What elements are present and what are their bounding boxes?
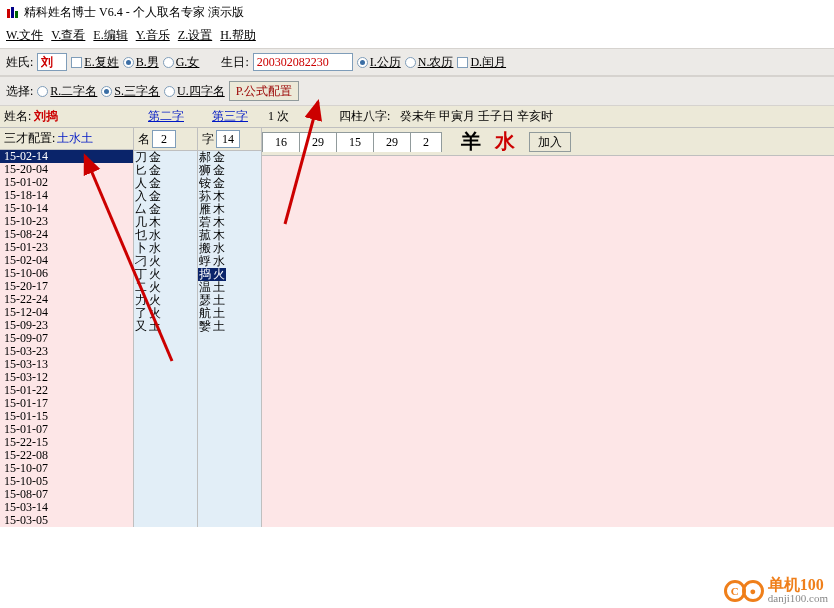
two-char-radio[interactable]: R.二字名 [37, 83, 97, 100]
number-tab[interactable]: 16 [262, 132, 300, 152]
col2-label: 名 [138, 131, 150, 148]
birth-label: 生日: [221, 54, 248, 71]
number-tabs[interactable]: 162915292 [262, 132, 441, 152]
third-char-header[interactable]: 第三字 [212, 108, 248, 125]
name-label: 姓名: [4, 108, 31, 125]
gender-male-radio[interactable]: B.男 [123, 54, 159, 71]
four-char-radio[interactable]: U.四字名 [164, 83, 225, 100]
menu-file[interactable]: W.文件 [6, 27, 43, 44]
leap-month-checkbox[interactable]: D.闰月 [457, 54, 506, 71]
bazi-label: 四柱八字: [339, 108, 390, 125]
select-label: 选择: [6, 83, 33, 100]
app-title: 精科姓名博士 V6.4 - 个人取名专家 演示版 [24, 4, 244, 21]
surname-label: 姓氏: [6, 54, 33, 71]
second-char-header[interactable]: 第二字 [148, 108, 184, 125]
menu-settings[interactable]: Z.设置 [178, 27, 212, 44]
zodiac-animal: 羊 [461, 128, 481, 155]
combo-item[interactable]: 15-03-05 [0, 514, 133, 527]
menu-edit[interactable]: E.编辑 [93, 27, 127, 44]
third-char-list[interactable]: 郝金狮金铵金荪木雁木菪木菰木搬水蜉水捣火温土瑟土航土嫛土 [198, 151, 261, 527]
bazi-value: 癸未年 甲寅月 壬子日 辛亥时 [400, 108, 553, 125]
second-char-list[interactable]: 刀金匕金人金入金厶金几木乜水卜水刁火丁火二火力火了火又土 [134, 151, 197, 527]
three-char-radio[interactable]: S.三字名 [101, 83, 160, 100]
surname-input[interactable] [37, 53, 67, 71]
menubar: W.文件 V.查看 E.编辑 Y.音乐 Z.设置 H.帮助 [0, 25, 834, 48]
svg-rect-2 [15, 11, 18, 18]
number-tab[interactable]: 2 [410, 132, 442, 152]
app-icon [6, 6, 20, 20]
double-surname-checkbox[interactable]: E.复姓 [71, 54, 118, 71]
col2-num-input[interactable] [152, 130, 176, 148]
calendar-lunar-radio[interactable]: N.农历 [405, 54, 454, 71]
number-tab[interactable]: 29 [373, 132, 411, 152]
name-value: 刘捣 [34, 108, 58, 125]
char-item[interactable]: 嫛土 [198, 320, 261, 333]
gender-female-radio[interactable]: G.女 [163, 54, 200, 71]
calculation-times: 1 次 [268, 108, 289, 125]
menu-view[interactable]: V.查看 [51, 27, 85, 44]
calendar-solar-radio[interactable]: I.公历 [357, 54, 401, 71]
svg-rect-0 [7, 9, 10, 18]
char-item[interactable]: 又土 [134, 320, 197, 333]
sancai-label[interactable]: 三才配置: [4, 130, 55, 147]
formula-config-button[interactable]: P.公式配置 [229, 81, 299, 101]
number-tab[interactable]: 29 [299, 132, 337, 152]
number-tab[interactable]: 15 [336, 132, 374, 152]
col3-label: 字 [202, 131, 214, 148]
add-button[interactable]: 加入 [529, 132, 571, 152]
menu-help[interactable]: H.帮助 [220, 27, 256, 44]
element: 水 [495, 128, 515, 155]
combo-list[interactable]: 15-02-1415-20-0415-01-0215-18-1415-10-14… [0, 150, 133, 527]
sancai-value: 土水土 [57, 130, 93, 147]
menu-music[interactable]: Y.音乐 [136, 27, 170, 44]
birth-input[interactable] [253, 53, 353, 71]
svg-rect-1 [11, 7, 14, 18]
col3-num-input[interactable] [216, 130, 240, 148]
watermark-logo: C● 单机100 danji100.com [724, 577, 828, 604]
